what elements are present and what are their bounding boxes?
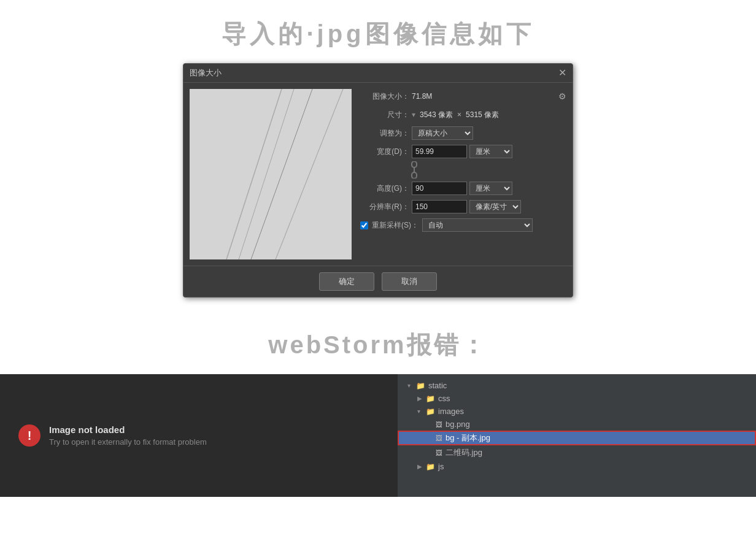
images-arrow-icon: ▾ — [417, 408, 423, 415]
static-folder-icon: 📁 — [416, 382, 425, 390]
height-input[interactable] — [412, 182, 467, 195]
image-size-value: 71.8M — [412, 92, 432, 101]
tree-item-js[interactable]: ▶ 📁 js — [398, 460, 756, 473]
js-folder-icon: 📁 — [426, 463, 435, 471]
static-label: static — [428, 381, 447, 390]
resample-label: 重新采样(S)： — [372, 220, 418, 231]
dim-x: × — [457, 110, 461, 119]
error-icon: ! — [18, 424, 40, 447]
top-title-section: 导入的·jpg图像信息如下 — [0, 0, 756, 63]
webstorm-error-panel: ! Image not loaded Try to open it extern… — [0, 374, 398, 497]
bg-copy-file-icon: 🖼 — [436, 434, 442, 442]
adjust-select[interactable]: 原稿大小 — [412, 126, 473, 140]
webstorm-title-section: webStorm报错： — [0, 310, 756, 374]
resample-checkbox[interactable] — [360, 221, 368, 229]
width-row: 宽度(D)： 厘米 — [360, 144, 566, 159]
height-row: 高度(G)： 厘米 — [360, 181, 566, 196]
resolution-unit-select[interactable]: 像素/英寸 — [469, 200, 521, 213]
top-title-text: 导入的·jpg图像信息如下 — [0, 17, 756, 51]
tree-item-static[interactable]: ▾ 📁 static — [398, 379, 756, 392]
webstorm-file-tree-panel: ▾ 📁 static ▶ 📁 css ▾ 📁 images 🖼 bg.png — [398, 374, 756, 497]
chain-link-icon — [409, 165, 419, 175]
width-label: 宽度(D)： — [360, 147, 409, 157]
adjust-row: 调整为： 原稿大小 — [360, 126, 566, 140]
dialog-footer: 确定 取消 — [183, 266, 573, 297]
dialog-body: 图像大小： 71.8M ⚙ 尺寸： ▾ 3543 像素 × 5315 像素 调整… — [183, 83, 573, 266]
images-folder-icon: 📁 — [426, 407, 435, 416]
resolution-input[interactable] — [412, 200, 467, 213]
tree-item-images[interactable]: ▾ 📁 images — [398, 405, 756, 418]
bg-png-file-icon: 🖼 — [436, 421, 442, 428]
error-text-block: Image not loaded Try to open it external… — [49, 424, 207, 447]
tree-item-bg-png[interactable]: 🖼 bg.png — [398, 418, 756, 431]
dimension-row: 尺寸： ▾ 3543 像素 × 5315 像素 — [360, 107, 566, 122]
images-label: images — [438, 407, 464, 416]
ps-image-size-dialog: 图像大小 ✕ 图像大小： 71.8M — [183, 63, 573, 298]
js-arrow-icon: ▶ — [417, 463, 423, 470]
file-tree: ▾ 📁 static ▶ 📁 css ▾ 📁 images 🖼 bg.png — [398, 374, 756, 478]
confirm-button[interactable]: 确定 — [319, 272, 374, 291]
svg-rect-5 — [412, 172, 417, 179]
dimension-label: 尺寸： — [360, 110, 409, 120]
webstorm-title-text: webStorm报错： — [0, 328, 756, 362]
static-arrow-icon: ▾ — [407, 382, 414, 389]
tree-item-qr-jpg[interactable]: 🖼 二维码.jpg — [398, 445, 756, 460]
preview-svg — [190, 89, 352, 259]
resolution-row: 分辨率(R)： 像素/英寸 — [360, 199, 566, 214]
chain-row — [360, 163, 566, 177]
resample-row: 重新采样(S)： 自动 — [360, 218, 566, 232]
svg-line-0 — [226, 89, 282, 259]
js-label: js — [438, 462, 444, 471]
qr-label: 二维码.jpg — [446, 447, 482, 458]
dialog-close-button[interactable]: ✕ — [558, 68, 566, 78]
svg-rect-4 — [412, 161, 417, 167]
gear-icon[interactable]: ⚙ — [558, 91, 566, 101]
css-label: css — [438, 394, 450, 403]
image-size-row: 图像大小： 71.8M ⚙ — [360, 89, 566, 104]
ps-info-panel: 图像大小： 71.8M ⚙ 尺寸： ▾ 3543 像素 × 5315 像素 调整… — [360, 89, 566, 259]
tree-item-css[interactable]: ▶ 📁 css — [398, 392, 756, 405]
dialog-container: 图像大小 ✕ 图像大小： 71.8M — [0, 63, 756, 298]
error-description: Try to open it externally to fix format … — [49, 437, 207, 447]
image-preview — [190, 89, 352, 259]
width-unit-select[interactable]: 厘米 — [469, 145, 512, 158]
error-title: Image not loaded — [49, 424, 207, 435]
qr-file-icon: 🖼 — [436, 449, 442, 456]
resolution-label: 分辨率(R)： — [360, 202, 409, 212]
css-arrow-icon: ▶ — [417, 395, 423, 402]
height-unit-select[interactable]: 厘米 — [469, 182, 512, 195]
svg-line-1 — [251, 89, 312, 259]
webstorm-panels: ! Image not loaded Try to open it extern… — [0, 374, 756, 497]
cancel-button[interactable]: 取消 — [382, 272, 437, 291]
dim-width-value: 3543 像素 — [420, 110, 453, 120]
dialog-titlebar: 图像大小 ✕ — [183, 64, 573, 83]
dialog-title: 图像大小 — [190, 67, 222, 79]
tree-item-bg-copy-jpg[interactable]: 🖼 bg - 副本.jpg — [398, 431, 756, 445]
dim-arrow[interactable]: ▾ — [412, 110, 415, 119]
bg-png-label: bg.png — [446, 420, 470, 429]
dim-height-value: 5315 像素 — [466, 110, 499, 120]
css-folder-icon: 📁 — [426, 394, 435, 403]
bg-copy-label: bg - 副本.jpg — [446, 432, 490, 443]
width-input[interactable] — [412, 145, 467, 158]
image-size-label: 图像大小： — [360, 91, 409, 102]
height-label: 高度(G)： — [360, 183, 409, 194]
adjust-label: 调整为： — [360, 128, 409, 139]
resample-method-select[interactable]: 自动 — [422, 218, 533, 232]
